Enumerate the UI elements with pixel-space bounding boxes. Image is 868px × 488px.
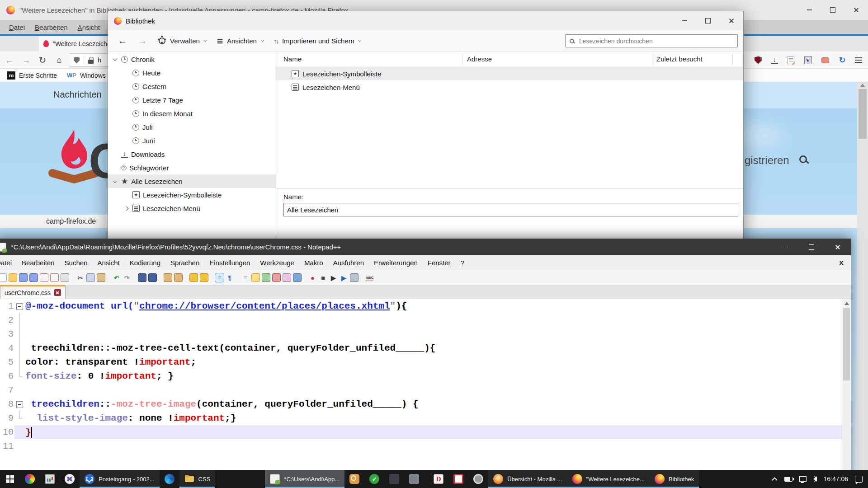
tree-item-alle-lesezeichen[interactable]: ★Alle Lesezeichen xyxy=(108,174,276,188)
notepadpp-window[interactable]: *C:\Users\Andi\App... xyxy=(265,470,344,488)
close-all-icon[interactable] xyxy=(50,273,59,282)
npp-menu-item-?[interactable]: ? xyxy=(456,259,469,267)
register-link[interactable]: gistrieren xyxy=(745,154,789,167)
open-file-icon[interactable] xyxy=(9,273,17,282)
show-all-characters-icon[interactable]: ¶ xyxy=(226,273,234,282)
file-monitor-icon[interactable] xyxy=(293,273,302,282)
npp-menu-item-ausf-hren[interactable]: Ausführen xyxy=(328,259,369,267)
code-editor[interactable]: 1@-moz-document url("chrome://browser/co… xyxy=(0,299,842,488)
column-header-name[interactable]: Name xyxy=(283,55,302,63)
ublock-icon[interactable]: 1 xyxy=(750,52,766,69)
play-macro-icon[interactable]: ▶ xyxy=(329,273,338,282)
npp-menu-item-bearbeiten[interactable]: Bearbeiten xyxy=(17,259,60,267)
page-scrollbar-thumb[interactable] xyxy=(859,89,867,139)
sync-icon[interactable]: ↻ xyxy=(835,52,850,69)
npp-menu-item-einstellungen[interactable]: Einstellungen xyxy=(204,259,255,267)
menu-hamburger-icon[interactable] xyxy=(851,52,866,69)
zoom-out-icon[interactable] xyxy=(174,273,183,282)
maximize-button[interactable] xyxy=(798,239,825,255)
replace-icon[interactable] xyxy=(148,273,157,282)
word-wrap-icon[interactable]: ≡ xyxy=(215,273,224,282)
pinned-snip-app[interactable] xyxy=(60,470,80,488)
tree-item-juli[interactable]: Juli xyxy=(108,120,276,134)
tree-item-lesezeichen-symbolleiste[interactable]: Lesezeichen-Symbolleiste xyxy=(108,188,276,202)
close-button[interactable] xyxy=(844,0,868,20)
bookmark-item[interactable]: mErste Schritte xyxy=(7,71,57,80)
npp-menu-item-sprachen[interactable]: Sprachen xyxy=(165,259,204,267)
capture-app[interactable] xyxy=(468,470,488,488)
find-icon[interactable] xyxy=(138,273,146,282)
minimize-button[interactable] xyxy=(772,239,798,255)
forward-button[interactable]: → xyxy=(19,52,34,69)
library-forward-button[interactable]: → xyxy=(134,36,151,46)
table-row[interactable]: Lesezeichen-Symbolleiste xyxy=(276,67,743,80)
npp-menu-item-makro[interactable]: Makro xyxy=(299,259,328,267)
home-button[interactable]: ⌂ xyxy=(52,52,67,69)
clock-time[interactable]: 16:47:06 xyxy=(824,475,849,483)
manage-dropdown[interactable]: Verwalten xyxy=(154,37,209,45)
spellcheck-icon[interactable]: ABC xyxy=(365,273,374,282)
chevron-right-icon[interactable] xyxy=(124,206,128,211)
downloads-icon[interactable]: ↓ xyxy=(767,52,782,69)
record-macro-icon[interactable]: ● xyxy=(308,273,317,282)
page-search-icon[interactable] xyxy=(799,155,807,163)
scroll-up-icon[interactable] xyxy=(844,302,849,305)
minimize-button[interactable] xyxy=(673,11,696,30)
function-list-icon[interactable] xyxy=(251,273,260,282)
paste-icon[interactable] xyxy=(97,273,105,282)
edge-app[interactable] xyxy=(160,470,179,488)
save-all-icon[interactable] xyxy=(29,273,38,282)
column-divider[interactable] xyxy=(652,54,652,65)
v-extension-icon[interactable]: V xyxy=(800,52,816,69)
sync-vertical-icon[interactable] xyxy=(189,273,198,282)
save-icon[interactable] xyxy=(19,273,28,282)
save-macro-icon[interactable] xyxy=(350,273,359,282)
npp-menu-item-datei[interactable]: Datei xyxy=(0,259,17,267)
back-button[interactable]: ← xyxy=(2,52,17,69)
print-icon[interactable] xyxy=(61,273,69,282)
npp-menu-item-werkzeuge[interactable]: Werkzeuge xyxy=(255,259,299,267)
password-app[interactable] xyxy=(344,470,364,488)
name-field-input[interactable] xyxy=(283,203,738,216)
remote-desktop-app[interactable] xyxy=(448,470,468,488)
menu-item-datei[interactable]: Datei xyxy=(5,23,29,31)
library-titlebar[interactable]: Bibliothek xyxy=(108,11,743,30)
import-backup-dropdown[interactable]: ↑↓ Importieren und Sichern xyxy=(270,37,364,45)
start-button[interactable] xyxy=(0,470,20,488)
column-divider[interactable] xyxy=(462,54,463,65)
tree-item-chronik[interactable]: Chronik xyxy=(108,52,276,66)
library-back-button[interactable]: ← xyxy=(114,36,131,46)
action-center-icon[interactable] xyxy=(855,476,863,483)
cut-icon[interactable]: ✂ xyxy=(76,273,85,282)
userscript-icon[interactable] xyxy=(783,52,798,69)
dictionary-app[interactable]: D xyxy=(429,470,448,488)
editor-scrollbar-thumb[interactable] xyxy=(843,308,850,380)
tree-item-schlagw-rter[interactable]: Schlagwörter xyxy=(108,161,276,174)
notepadpp-titlebar[interactable]: *C:\Users\Andi\AppData\Roaming\Mozilla\F… xyxy=(0,239,851,255)
search-input[interactable] xyxy=(578,37,733,45)
tab-userchrome-css[interactable]: userChrome.css xyxy=(0,285,66,299)
bookmark-item[interactable]: WPWindows xyxy=(67,72,106,79)
battery-icon[interactable] xyxy=(784,477,793,482)
reload-button[interactable]: ↻ xyxy=(35,52,50,69)
close-button[interactable] xyxy=(825,239,851,255)
new-file-icon[interactable] xyxy=(0,273,7,282)
document-map-icon[interactable] xyxy=(262,273,270,282)
undo-icon[interactable]: ↶ xyxy=(112,273,121,282)
npp-menu-item-fenster[interactable]: Fenster xyxy=(423,259,456,267)
library-search-box[interactable] xyxy=(565,34,738,47)
npp-menu-item-suchen[interactable]: Suchen xyxy=(60,259,93,267)
stop-macro-icon[interactable]: ■ xyxy=(319,273,327,282)
column-header-adresse[interactable]: Adresse xyxy=(467,55,492,63)
page-scrollbar[interactable] xyxy=(857,82,868,488)
antivirus-app[interactable]: ✓ xyxy=(364,470,384,488)
tree-item-juni[interactable]: Juni xyxy=(108,134,276,147)
pinned-color-app[interactable] xyxy=(20,470,40,488)
close-button[interactable] xyxy=(720,11,743,30)
fold-marker[interactable] xyxy=(14,397,25,411)
maximize-button[interactable] xyxy=(696,11,720,30)
editor-scrollbar[interactable] xyxy=(842,299,851,488)
volume-icon[interactable] xyxy=(813,476,817,482)
minimize-button[interactable] xyxy=(797,0,821,20)
mozilla-forum-window[interactable]: Übersicht - Mozilla ... xyxy=(488,470,567,488)
